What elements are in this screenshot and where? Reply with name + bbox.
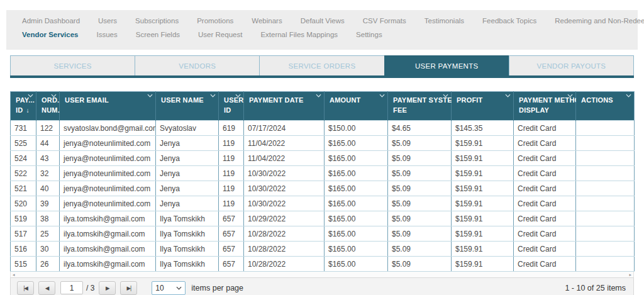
column-header-ord-num[interactable]: ORD...NUM... — [36, 92, 60, 121]
nav-item-users[interactable]: Users — [98, 17, 117, 25]
table-row[interactable]: 52039jenya@noteunlimited.comJenya11910/3… — [11, 196, 635, 211]
column-header-pay-id[interactable]: PAY...ID↓ — [11, 92, 36, 121]
table-row[interactable]: 51725ilya.tomskih@gmail.comIlya Tomskikh… — [11, 226, 635, 242]
column-header-user-name[interactable]: USER NAME — [156, 92, 219, 121]
column-menu-chevron-icon[interactable] — [51, 94, 57, 97]
cell-payment-date: 10/29/2022 — [244, 211, 325, 226]
nav-item-user-request[interactable]: User Request — [198, 31, 242, 38]
cell-payment-method-display: Credit Card — [514, 226, 576, 242]
cell-user-id: 657 — [219, 211, 244, 226]
cell-profit: $159.91 — [452, 136, 514, 151]
nav-item-default-views[interactable]: Default Views — [301, 17, 345, 25]
cell-payment-method-display: Credit Card — [514, 151, 576, 166]
scroll-left-icon[interactable]: ◂ — [13, 272, 15, 277]
column-menu-chevron-icon[interactable] — [505, 94, 511, 97]
tab-vendor-payouts[interactable]: VENDOR PAYOUTS — [509, 55, 634, 75]
cell-amount: $165.00 — [325, 151, 388, 166]
nav-item-admin-dashboard[interactable]: Admin Dashboard — [22, 17, 80, 25]
cell-actions — [576, 257, 635, 272]
nav-item-settings[interactable]: Settings — [356, 31, 382, 38]
cell-ord-num: 26 — [36, 257, 60, 272]
horizontal-scrollbar[interactable]: ◂ ▸ — [10, 272, 634, 277]
next-page-button[interactable]: ▶ — [99, 281, 116, 295]
cell-payment-method-display: Credit Card — [514, 181, 576, 196]
cell-amount: $165.00 — [325, 166, 388, 181]
nav-item-webinars[interactable]: Webinars — [252, 17, 282, 25]
column-menu-chevron-icon[interactable] — [210, 94, 216, 97]
cell-profit: $159.91 — [452, 257, 514, 272]
cell-payment-date: 11/04/2022 — [244, 151, 325, 166]
nav-row-secondary: Vendor ServicesIssuesScreen FieldsUser R… — [22, 31, 638, 38]
nav-item-issues[interactable]: Issues — [97, 31, 118, 38]
table-row[interactable]: 52140jenya@noteunlimited.comJenya11910/3… — [11, 181, 635, 196]
table-row[interactable]: 52544jenya@noteunlimited.comJenya11911/0… — [11, 136, 635, 151]
cell-ord-num: 30 — [36, 242, 60, 257]
cell-payment-system-fee: $5.09 — [388, 242, 452, 257]
table-row[interactable]: 731122svyatoslav.bond@gmail.comSvyatosla… — [11, 121, 635, 136]
cell-ord-num: 32 — [36, 166, 60, 181]
column-header-user-id[interactable]: USERID — [219, 92, 244, 121]
nav-item-external-files-mappings[interactable]: External Files Mappings — [260, 31, 338, 38]
cell-pay-id: 522 — [11, 166, 36, 181]
column-header-payment-date[interactable]: PAYMENT DATE — [244, 92, 325, 121]
cell-pay-id: 524 — [11, 151, 36, 166]
tab-service-orders[interactable]: SERVICE ORDERS — [259, 55, 384, 75]
column-header-user-email[interactable]: USER EMAIL — [60, 92, 156, 121]
nav-item-testimonials[interactable]: Testimonials — [425, 17, 464, 25]
column-label: FEE — [393, 106, 442, 116]
cell-ord-num: 44 — [36, 136, 60, 151]
column-label: ORD... — [42, 96, 50, 106]
cell-pay-id: 731 — [11, 121, 36, 136]
column-menu-chevron-icon[interactable] — [28, 94, 33, 97]
column-header-profit[interactable]: PROFIT — [452, 92, 514, 121]
nav-row-primary: Admin DashboardUsersSubscriptionsPromoti… — [22, 17, 638, 25]
cell-amount: $165.00 — [325, 136, 388, 151]
column-header-payment-system-fee[interactable]: PAYMENT SYSTEMFEE — [388, 92, 452, 121]
cell-user-name: Jenya — [156, 181, 219, 196]
cell-ord-num: 25 — [36, 226, 60, 242]
items-per-page-select[interactable]: 10 — [152, 281, 186, 295]
nav-item-promotions[interactable]: Promotions — [197, 17, 233, 25]
previous-page-button[interactable]: ◀ — [38, 281, 55, 295]
nav-item-screen-fields[interactable]: Screen Fields — [136, 31, 180, 38]
column-menu-chevron-icon[interactable] — [567, 94, 573, 97]
cell-user-email: jenya@noteunlimited.com — [60, 181, 156, 196]
cell-amount: $165.00 — [325, 226, 388, 242]
cell-ord-num: 40 — [36, 181, 60, 196]
first-page-button[interactable]: |◀ — [17, 281, 34, 295]
column-header-actions[interactable]: ACTIONS — [576, 92, 635, 121]
nav-item-subscriptions[interactable]: Subscriptions — [135, 17, 179, 25]
tab-vendors[interactable]: VENDORS — [135, 55, 259, 75]
tab-user-payments[interactable]: USER PAYMENTS — [384, 55, 509, 75]
nav-item-redeeming-and-non-redeeming[interactable]: Redeeming and Non-Redeeming — [555, 17, 644, 25]
cell-amount: $165.00 — [325, 181, 388, 196]
table-row[interactable]: 51630ilya.tomskih@gmail.comIlya Tomskikh… — [11, 242, 635, 257]
table-row[interactable]: 51938ilya.tomskih@gmail.comIlya Tomskikh… — [11, 211, 635, 226]
nav-item-vendor-services[interactable]: Vendor Services — [22, 31, 79, 38]
nav-item-feedback-topics[interactable]: Feedback Topics — [482, 17, 536, 25]
cell-profit: $159.91 — [452, 151, 514, 166]
cell-profit: $159.91 — [452, 211, 514, 226]
scroll-right-icon[interactable]: ▸ — [629, 272, 631, 277]
column-menu-chevron-icon[interactable] — [316, 94, 321, 97]
tab-services[interactable]: SERVICES — [10, 55, 135, 75]
cell-payment-system-fee: $5.09 — [388, 257, 452, 272]
cell-pay-id: 519 — [11, 211, 36, 226]
column-header-amount[interactable]: AMOUNT — [325, 92, 388, 121]
column-header-payment-method-display[interactable]: PAYMENT METHODDISPLAY — [514, 92, 576, 121]
table-row[interactable]: 52232jenya@noteunlimited.comJenya11910/3… — [11, 166, 635, 181]
column-menu-chevron-icon[interactable] — [443, 94, 448, 97]
column-menu-chevron-icon[interactable] — [235, 94, 241, 97]
table-row[interactable]: 51526ilya.tomskih@gmail.comIlya Tomskikh… — [11, 257, 635, 272]
cell-user-id: 657 — [219, 226, 244, 242]
column-menu-chevron-icon[interactable] — [379, 94, 385, 97]
last-page-button[interactable]: ▶| — [120, 281, 137, 295]
column-menu-chevron-icon[interactable] — [147, 94, 153, 97]
nav-item-csv-formats[interactable]: CSV Formats — [363, 17, 406, 25]
column-label: USER — [224, 96, 235, 106]
cell-ord-num: 43 — [36, 151, 60, 166]
page-number-input[interactable] — [60, 281, 83, 294]
page-total-label: / 3 — [86, 284, 94, 292]
table-row[interactable]: 52443jenya@noteunlimited.comJenya11911/0… — [11, 151, 635, 166]
column-menu-chevron-icon[interactable] — [626, 94, 631, 97]
